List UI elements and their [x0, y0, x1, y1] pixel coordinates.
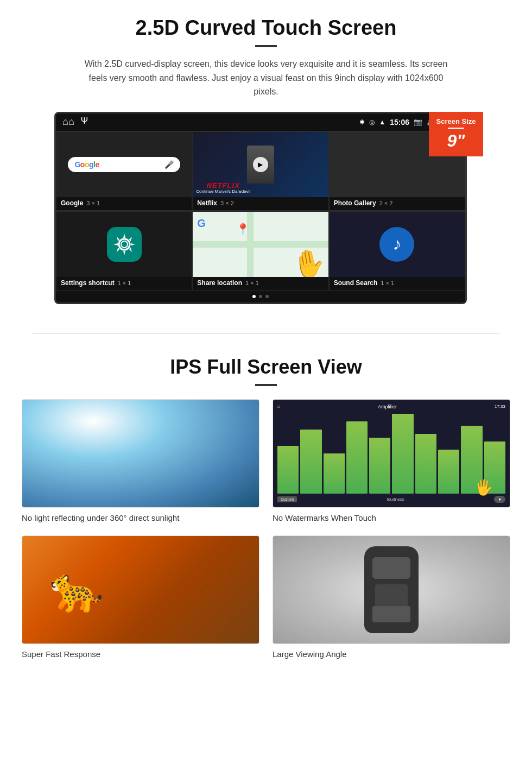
gps-icon: ◎	[369, 118, 375, 126]
play-button[interactable]: ▶	[253, 157, 268, 172]
sunlight-caption: No light reflecting under 360° direct su…	[22, 513, 259, 522]
amp-bar-1	[277, 446, 299, 494]
netflix-figure: ▶	[247, 146, 274, 184]
amp-bar-5	[369, 438, 390, 494]
amp-bar-6	[392, 414, 413, 494]
car-visual	[273, 536, 510, 644]
screen-size-badge: Screen Size 9"	[429, 112, 483, 156]
dot-2[interactable]	[259, 295, 262, 298]
cheetah-image: 🐆	[22, 535, 259, 644]
device-wrapper: Screen Size 9" ⌂ Ψ ✱ ◎ ▲ 15:06 📷 🔊 ⊠	[54, 112, 478, 304]
bluetooth-icon: ✱	[359, 118, 365, 126]
section2-divider	[255, 384, 277, 386]
settings-icon-bg	[107, 227, 142, 262]
amp-bar-7	[415, 434, 436, 494]
cheetah-icon: 🐆	[49, 564, 104, 615]
music-label-row: Sound Search 1 × 1	[330, 277, 465, 290]
music-app-size: 1 × 1	[381, 280, 394, 286]
car-top-view	[364, 546, 419, 633]
badge-label: Screen Size	[433, 117, 479, 125]
pagination-dots	[56, 291, 465, 302]
gallery-app-name: Photo Gallery	[334, 199, 376, 207]
amp-custom-btn[interactable]: Custom	[277, 496, 297, 502]
cheetah-visual: 🐆	[22, 536, 259, 644]
google-thumbnail: Google 🎤	[56, 132, 192, 197]
car-windshield	[372, 557, 410, 579]
music-app-name: Sound Search	[334, 279, 378, 287]
maps-thumb-inner: G 📍 🤚	[193, 212, 328, 277]
amplifier-image: ⌂ Amplifier 17:33	[273, 399, 510, 508]
sunlight-image	[22, 399, 259, 508]
amp-bar-2	[300, 430, 321, 494]
car-caption: Large Viewing Angle	[273, 649, 510, 659]
maps-pin-icon: 📍	[236, 223, 250, 236]
wifi-icon: ▲	[379, 118, 385, 126]
google-label-row: Google 3 × 1	[56, 197, 192, 210]
feature-sunlight: No light reflecting under 360° direct su…	[22, 399, 259, 522]
gallery-app-size: 2 × 2	[379, 200, 393, 206]
app-cell-music[interactable]: ♪ Sound Search 1 × 1	[329, 211, 465, 291]
status-bar: ⌂ Ψ ✱ ◎ ▲ 15:06 📷 🔊 ⊠ ⬜	[56, 113, 465, 131]
netflix-subtitle: Continue Marvel's Daredevil	[196, 189, 250, 194]
maps-g-logo: G	[197, 216, 206, 230]
netflix-logo: NETFLIX	[196, 182, 250, 189]
section-curved-screen: 2.5D Curved Touch Screen With 2.5D curve…	[0, 0, 532, 317]
maps-app-size: 1 × 1	[245, 280, 259, 286]
app-cell-netflix[interactable]: ▶ NETFLIX Continue Marvel's Daredevil Ne…	[192, 131, 328, 211]
hand-on-screen-icon: 🖐	[474, 478, 493, 496]
title-divider	[255, 45, 277, 47]
app-cell-maps[interactable]: G 📍 🤚 Share location 1 × 1	[192, 211, 328, 291]
dot-1[interactable]	[252, 295, 256, 298]
camera-icon: 📷	[414, 118, 422, 126]
google-logo: Google	[74, 160, 99, 169]
hand-pointing-icon: 🤚	[289, 245, 328, 277]
amp-loudness-label: loudness	[387, 497, 404, 502]
badge-divider	[448, 128, 464, 129]
section1-description: With 2.5D curved-display screen, this de…	[76, 57, 456, 99]
music-icon-circle: ♪	[379, 227, 414, 262]
app-grid-row2: Settings shortcut 1 × 1 G	[56, 211, 465, 291]
google-app-size: 3 × 1	[86, 200, 100, 206]
app-cell-settings[interactable]: Settings shortcut 1 × 1	[56, 211, 192, 291]
netflix-label-row: Netflix 3 × 2	[193, 197, 328, 210]
netflix-bg: ▶ NETFLIX Continue Marvel's Daredevil	[193, 132, 328, 197]
amplifier-caption: No Watermarks When Touch	[273, 513, 510, 522]
feature-amplifier: ⌂ Amplifier 17:33	[273, 399, 510, 522]
badge-size: 9"	[433, 131, 479, 151]
music-note-icon: ♪	[392, 234, 401, 254]
netflix-thumbnail: ▶ NETFLIX Continue Marvel's Daredevil	[193, 132, 328, 197]
section2-title: IPS Full Screen View	[22, 356, 510, 379]
car-image	[273, 535, 510, 644]
amp-bar-4	[346, 421, 368, 493]
cheetah-caption: Super Fast Response	[22, 649, 259, 659]
svg-point-2	[122, 242, 127, 247]
netflix-app-name: Netflix	[197, 199, 217, 207]
mic-icon[interactable]: 🎤	[164, 160, 174, 169]
settings-app-name: Settings shortcut	[61, 279, 115, 287]
google-app-name: Google	[61, 199, 83, 207]
usb-icon: Ψ	[81, 116, 88, 128]
sunlight-visual	[22, 400, 259, 507]
maps-road-h	[193, 241, 328, 248]
car-rear	[372, 606, 410, 622]
status-time: 15:06	[390, 118, 409, 127]
google-search-bar[interactable]: Google 🎤	[68, 157, 180, 172]
app-cell-google[interactable]: Google 🎤 Google 3 × 1	[56, 131, 192, 211]
amp-home-icon: ⌂	[277, 404, 280, 409]
section1-title: 2.5D Curved Touch Screen	[33, 16, 499, 40]
amp-top-bar: ⌂ Amplifier 17:33	[277, 404, 505, 409]
app-grid-row1: Google 🎤 Google 3 × 1	[56, 131, 465, 211]
amp-bar-8	[438, 450, 459, 494]
section-ips-screen: IPS Full Screen View No light reflecting…	[0, 350, 532, 675]
maps-app-name: Share location	[197, 279, 242, 287]
maps-road-v	[247, 212, 254, 277]
gallery-label-row: Photo Gallery 2 × 2	[330, 197, 465, 210]
dot-3[interactable]	[265, 295, 269, 298]
netflix-label-overlay: NETFLIX Continue Marvel's Daredevil	[196, 182, 250, 194]
status-bar-left: ⌂ Ψ	[62, 116, 88, 128]
amp-equalizer	[277, 412, 505, 496]
settings-app-size: 1 × 1	[118, 280, 131, 286]
page-divider	[33, 333, 499, 334]
amp-toggle[interactable]: ●	[494, 496, 505, 503]
home-icon[interactable]: ⌂	[62, 116, 74, 128]
